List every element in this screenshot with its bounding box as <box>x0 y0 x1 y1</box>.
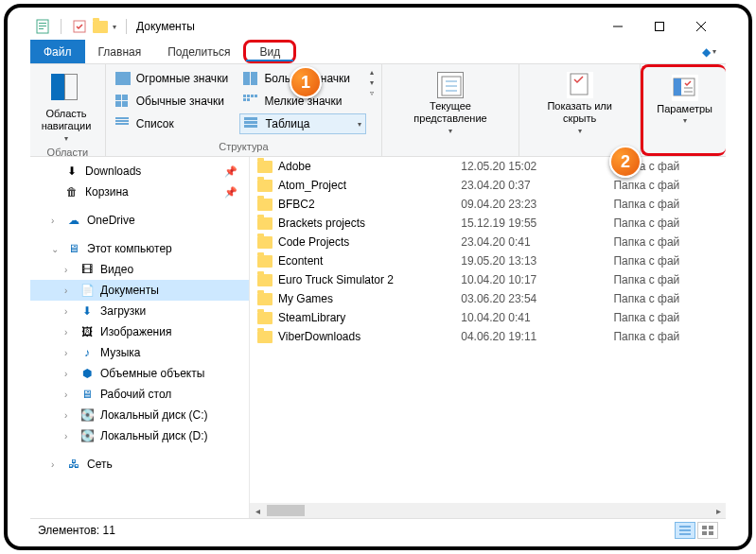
downloads-icon: ⬇ <box>79 303 95 319</box>
file-type: Папка с фай <box>575 327 726 346</box>
tree-downloads2[interactable]: ›⬇Загрузки <box>30 301 249 321</box>
horizontal-scrollbar[interactable]: ◂ ▸ <box>250 503 726 518</box>
layout-list[interactable]: Список <box>112 113 238 134</box>
file-row[interactable]: SteamLibrary10.04.20 0:41Папка с фай <box>250 308 726 327</box>
file-type: Папка с фай <box>575 157 726 176</box>
objects3d-icon: ⬢ <box>79 366 95 381</box>
navigation-pane-icon <box>51 74 81 104</box>
file-row[interactable]: ViberDownloads04.06.20 19:11Папка с фай <box>250 327 726 346</box>
tree-music[interactable]: ›♪Музыка <box>30 342 249 363</box>
file-row[interactable]: BFBC209.04.20 23:23Папка с фай <box>250 195 726 214</box>
pin-icon: 📌 <box>224 165 243 178</box>
title-bar: ▾ Документы <box>30 13 726 40</box>
folder-icon <box>257 217 273 230</box>
tree-recycle[interactable]: 🗑Корзина📌 <box>30 182 249 202</box>
group-layout-label: Структура <box>112 141 376 154</box>
options-button[interactable]: Параметры ▾ <box>649 71 720 129</box>
disk-icon: 💽 <box>79 428 95 443</box>
close-button[interactable] <box>680 13 722 40</box>
file-name: Adobe <box>278 160 311 173</box>
svg-rect-3 <box>39 28 44 29</box>
file-date: 15.12.19 19:55 <box>453 214 575 233</box>
svg-rect-22 <box>709 526 713 529</box>
tree-onedrive[interactable]: ›☁OneDrive <box>30 210 249 231</box>
file-type: Папка с фай <box>575 176 726 195</box>
tree-3dobjects[interactable]: ›⬢Объемные объекты <box>30 363 249 384</box>
layout-scroll-down-icon[interactable]: ▾ <box>370 78 374 87</box>
show-hide-button[interactable]: Показать или скрыть ▾ <box>525 68 634 139</box>
current-view-icon <box>437 72 464 98</box>
file-name: Euro Truck Simulator 2 <box>278 273 394 286</box>
file-row[interactable]: My Games03.06.20 23:54Папка с фай <box>250 289 726 308</box>
minimize-button[interactable] <box>597 13 639 40</box>
downloads-icon: ⬇ <box>64 164 79 179</box>
tree-downloads[interactable]: ⬇Downloads📌 <box>30 161 249 182</box>
layout-huge[interactable]: Огромные значки <box>112 68 238 89</box>
tab-file[interactable]: Файл <box>30 40 85 63</box>
navigation-tree[interactable]: ⬇Downloads📌 🗑Корзина📌 ›☁OneDrive ⌄🖥Этот … <box>30 157 250 518</box>
tab-home[interactable]: Главная <box>85 40 155 63</box>
file-date: 03.06.20 23:54 <box>453 289 575 308</box>
table-icon <box>244 117 259 130</box>
tab-share[interactable]: Поделиться <box>154 40 243 63</box>
tab-view-label: Вид <box>259 45 280 59</box>
layout-normal[interactable]: Обычные значки <box>112 91 238 112</box>
huge-icons-icon <box>115 72 131 85</box>
big-icons-icon <box>243 72 258 85</box>
qat-properties-icon[interactable] <box>71 18 88 35</box>
options-label: Параметры <box>657 103 712 114</box>
small-icons-icon <box>243 95 258 108</box>
tree-video[interactable]: ›🎞Видео <box>30 259 249 280</box>
svg-rect-24 <box>709 531 713 535</box>
tree-desktop[interactable]: ›🖥Рабочий стол <box>30 384 249 405</box>
file-date: 23.04.20 0:37 <box>453 176 575 195</box>
view-details-button[interactable] <box>675 522 695 539</box>
layout-table[interactable]: Таблица▾ <box>239 113 366 134</box>
folder-icon <box>257 161 273 173</box>
tab-view[interactable]: Вид <box>243 40 296 63</box>
current-view-button[interactable]: Текущее представление ▾ <box>388 68 513 139</box>
file-list[interactable]: Adobe12.05.20 15:02Папка с файAtom_Proje… <box>250 157 726 518</box>
file-row[interactable]: Euro Truck Simulator 210.04.20 10:17Папк… <box>250 270 726 289</box>
music-icon: ♪ <box>79 345 95 360</box>
file-name: ViberDownloads <box>278 330 360 343</box>
navigation-pane-label: Область навигации <box>42 108 92 132</box>
navigation-pane-button[interactable]: Область навигации ▾ <box>36 68 97 147</box>
file-row[interactable]: Econtent19.05.20 13:13Папка с фай <box>250 251 726 270</box>
maximize-button[interactable] <box>639 13 680 40</box>
file-row[interactable]: Adobe12.05.20 15:02Папка с фай <box>250 157 726 176</box>
window-title: Документы <box>136 20 195 33</box>
scroll-thumb[interactable] <box>267 505 305 516</box>
tree-diskc[interactable]: ›💽Локальный диск (C:) <box>30 405 249 425</box>
tree-images[interactable]: ›🖼Изображения <box>30 321 249 342</box>
tree-thispc[interactable]: ⌄🖥Этот компьютер <box>30 238 249 259</box>
file-row[interactable]: Code Projects23.04.20 0:41Папка с фай <box>250 233 726 251</box>
file-row[interactable]: Atom_Project23.04.20 0:37Папка с фай <box>250 176 726 195</box>
video-icon: 🎞 <box>79 262 95 277</box>
svg-rect-15 <box>674 78 681 95</box>
svg-rect-21 <box>702 526 707 529</box>
expand-icon[interactable]: › <box>51 216 61 226</box>
file-date: 23.04.20 0:41 <box>453 233 575 251</box>
file-name: SteamLibrary <box>278 311 345 324</box>
scroll-right-icon[interactable]: ▸ <box>711 506 726 516</box>
collapse-icon[interactable]: ⌄ <box>51 244 61 254</box>
file-type: Папка с фай <box>575 233 726 251</box>
file-type: Папка с фай <box>575 251 726 270</box>
view-icons-button[interactable] <box>697 522 718 539</box>
disk-icon: 💽 <box>79 407 95 423</box>
file-date: 19.05.20 13:13 <box>453 251 575 270</box>
layout-scroll-up-icon[interactable]: ▴ <box>370 68 374 77</box>
pin-icon: 📌 <box>224 186 243 199</box>
callout-2: 2 <box>609 146 642 178</box>
list-icon <box>115 117 131 130</box>
tree-diskd[interactable]: ›💽Локальный диск (D:) <box>30 425 249 446</box>
help-button[interactable]: ◆▾ <box>693 40 726 63</box>
scroll-left-icon[interactable]: ◂ <box>250 506 265 516</box>
file-type: Папка с фай <box>575 308 726 327</box>
qat-dropdown-icon[interactable]: ▾ <box>113 23 116 31</box>
tree-documents[interactable]: ›📄Документы <box>30 280 249 301</box>
file-row[interactable]: Brackets projects15.12.19 19:55Папка с ф… <box>250 214 726 233</box>
tree-network[interactable]: ›🖧Сеть <box>30 454 249 475</box>
layout-expand-icon[interactable]: ▿ <box>370 89 374 97</box>
